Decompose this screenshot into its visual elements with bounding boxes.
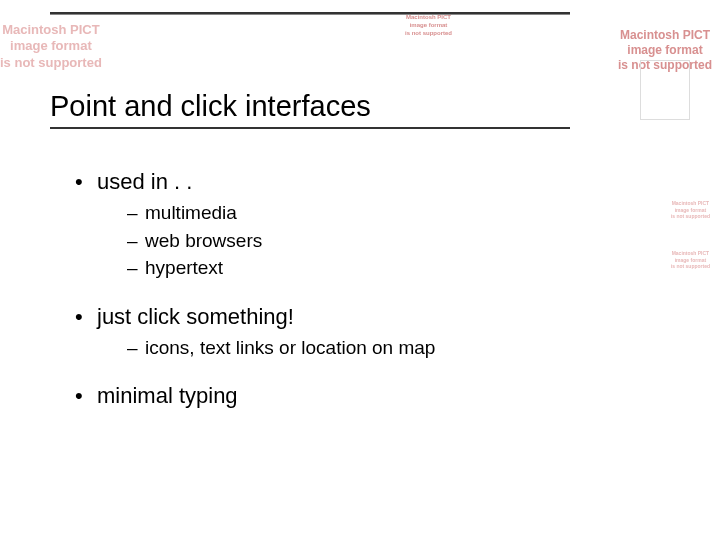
bullet-text: minimal typing [97, 383, 238, 408]
pict-error-line: is not supported [671, 213, 710, 220]
pict-error-right-2: Macintosh PICT image format is not suppo… [671, 250, 710, 270]
pict-error-line: Macintosh PICT [671, 250, 710, 257]
bullet-item: just click something! icons, text links … [75, 304, 600, 362]
pict-error-line: Macintosh PICT [618, 28, 712, 43]
sub-item: icons, text links or location on map [127, 334, 600, 362]
sub-item: hypertext [127, 254, 600, 282]
pict-error-line: is not supported [0, 55, 102, 71]
pict-error-line: Macintosh PICT [405, 14, 452, 22]
placeholder-box [640, 60, 690, 120]
top-divider-2 [50, 14, 570, 15]
title-underline [50, 127, 570, 129]
pict-error-line: is not supported [405, 30, 452, 38]
pict-error-right-1: Macintosh PICT image format is not suppo… [671, 200, 710, 220]
slide-content: Point and click interfaces used in . . m… [50, 90, 600, 417]
bullet-item: used in . . multimedia web browsers hype… [75, 169, 600, 282]
bullet-text: just click something! [97, 304, 294, 329]
bullet-item: minimal typing [75, 383, 600, 409]
bullet-list: used in . . multimedia web browsers hype… [50, 169, 600, 409]
pict-error-line: image format [618, 43, 712, 58]
pict-error-top-center: Macintosh PICT image format is not suppo… [405, 14, 452, 37]
sub-list: icons, text links or location on map [97, 334, 600, 362]
pict-error-line: is not supported [671, 263, 710, 270]
pict-error-top-left: Macintosh PICT image format is not suppo… [0, 22, 102, 71]
pict-error-line: image format [0, 38, 102, 54]
slide-title: Point and click interfaces [50, 90, 600, 123]
bullet-text: used in . . [97, 169, 192, 194]
pict-error-line: Macintosh PICT [671, 200, 710, 207]
sub-list: multimedia web browsers hypertext [97, 199, 600, 282]
pict-error-line: Macintosh PICT [0, 22, 102, 38]
sub-item: multimedia [127, 199, 600, 227]
sub-item: web browsers [127, 227, 600, 255]
pict-error-line: image format [405, 22, 452, 30]
